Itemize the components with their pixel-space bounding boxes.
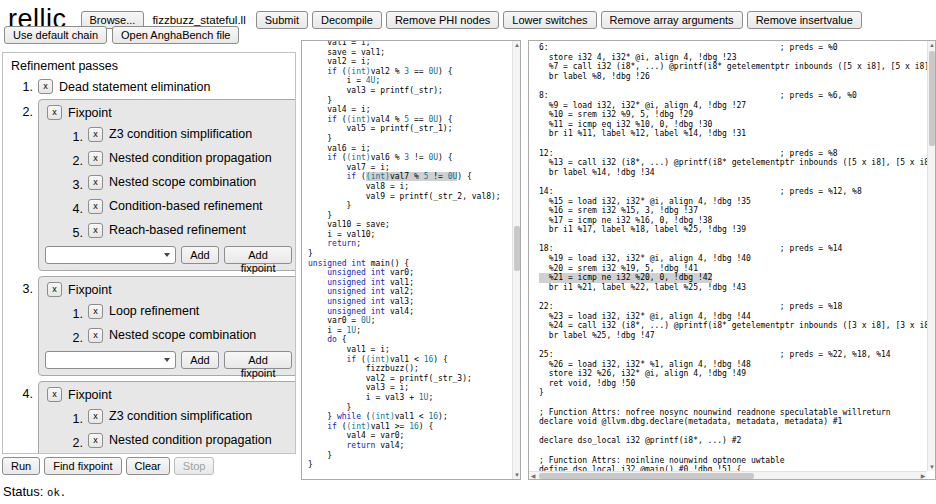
- pass-label: Reach-based refinement: [109, 223, 246, 237]
- code-line: 18: ; preds = %14: [539, 244, 935, 254]
- fixpoint-3-add-fixpoint-button[interactable]: Add fixpoint: [224, 351, 293, 369]
- item-number: 2.: [67, 154, 83, 168]
- code-line: 6: ; preds = %0: [539, 43, 935, 53]
- remove-array-arguments-button[interactable]: Remove array arguments: [601, 11, 743, 29]
- code-line: 12: ; preds = %8: [539, 149, 935, 159]
- fixpoint-box: xFixpoint1.xZ3 condition simplification2…: [38, 99, 296, 271]
- code-line: val2 = printf(_str_3);: [308, 374, 520, 384]
- submit-button[interactable]: Submit: [256, 11, 308, 29]
- status-value: ok.: [47, 486, 66, 498]
- code-line: [539, 427, 935, 437]
- code-line: %9 = load i32, i32* @i, align 4, !dbg !2…: [539, 101, 935, 111]
- code-line: return;: [308, 239, 520, 249]
- pass-item: 1.xDead statement elimination: [15, 79, 289, 94]
- item-number: 2.: [67, 331, 83, 345]
- c-code-scroll-thumb[interactable]: [514, 226, 520, 271]
- pass-label: Fixpoint: [68, 388, 112, 402]
- code-line: val10 = save;: [308, 220, 520, 230]
- remove-fixpoint-3-button[interactable]: x: [47, 282, 62, 297]
- item-number: 1.: [67, 130, 83, 144]
- code-line: ret void, !dbg !50: [539, 379, 935, 389]
- pass-label: Nested condition propagation: [109, 151, 272, 165]
- remove-pass-1-button[interactable]: x: [38, 79, 53, 94]
- fixpoint-2-add-button[interactable]: Add: [181, 246, 219, 264]
- item-number: 1.: [67, 307, 83, 321]
- scroll-left-icon[interactable]: ◀: [529, 472, 537, 480]
- scroll-right-icon[interactable]: ▶: [919, 472, 927, 480]
- code-line: %15 = load i32, i32* @i, align 4, !dbg !…: [539, 197, 935, 207]
- code-line: if ((int)val2 % 3 == 0U) {: [308, 67, 520, 77]
- c-code-panel[interactable]: val1 = i; save = val1; val2 = i; if ((in…: [301, 40, 521, 480]
- fixpoint-3-add-button[interactable]: Add: [181, 351, 219, 369]
- fixpoint-group: 4.xFixpoint1.xZ3 condition simplificatio…: [15, 381, 289, 454]
- code-line: }: [308, 249, 520, 259]
- code-line: val9 = printf(_str_2, val8);: [308, 192, 520, 202]
- lower-switches-button[interactable]: Lower switches: [503, 11, 596, 29]
- code-line: val3 = printf(_str);: [308, 86, 520, 96]
- remove-fixpoint-4-button[interactable]: x: [47, 387, 62, 402]
- item-number: 3.: [15, 282, 33, 296]
- remove-z3-condition-simplification-button[interactable]: x: [88, 409, 103, 424]
- ir-horizontal-scrollbar[interactable]: ◀ ▶: [529, 471, 927, 479]
- remove-insertvalue-button[interactable]: Remove insertvalue: [747, 11, 862, 29]
- header-row-2: Use default chainOpen AnghaBench file: [4, 26, 239, 44]
- code-line: unsigned int val1;: [308, 278, 520, 288]
- open-anghabench-file-button[interactable]: Open AnghaBench file: [112, 26, 239, 44]
- remove-loop-refinement-button[interactable]: x: [88, 304, 103, 319]
- code-line: store i32 4, i32* @i, align 4, !dbg !23: [539, 53, 935, 63]
- use-default-chain-button[interactable]: Use default chain: [4, 26, 107, 44]
- remove-nested-scope-combination-button[interactable]: x: [88, 175, 103, 190]
- remove-phi-nodes-button[interactable]: Remove PHI nodes: [386, 11, 499, 29]
- scroll-down-icon[interactable]: ▼: [928, 463, 936, 471]
- scroll-up-icon[interactable]: ▲: [513, 41, 521, 49]
- fixpoint-header: xFixpoint: [47, 282, 292, 297]
- code-line: [539, 235, 935, 245]
- code-line: declare dso_local i32 @printf(i8*, ...) …: [539, 436, 935, 446]
- fixpoint-2-pass-select[interactable]: [45, 246, 176, 264]
- code-line: val8 = i;: [308, 182, 520, 192]
- code-line: unsigned int val2;: [308, 287, 520, 297]
- code-line: ; Function Attrs: nofree nosync nounwind…: [539, 408, 935, 418]
- remove-nested-scope-combination-button[interactable]: x: [88, 328, 103, 343]
- scroll-down-icon[interactable]: ▼: [513, 471, 521, 479]
- code-line: [539, 340, 935, 350]
- code-line: fizzbuzz();: [308, 364, 520, 374]
- status-bar: Status: ok.: [3, 484, 66, 499]
- ir-hscroll-thumb[interactable]: [539, 473, 754, 479]
- decompile-button[interactable]: Decompile: [312, 11, 382, 29]
- code-line: br i1 %11, label %12, label %14, !dbg !3…: [539, 129, 935, 139]
- code-line: br i1 %21, label %22, label %25, !dbg !4…: [539, 283, 935, 293]
- remove-nested-condition-propagation-button[interactable]: x: [88, 433, 103, 448]
- code-line: val4 = var0;: [308, 431, 520, 441]
- code-line: 25: ; preds = %22, %18, %14: [539, 350, 935, 360]
- fixpoint-pass-item: 1.xZ3 condition simplification: [67, 124, 292, 144]
- code-line: ; Function Attrs: noinline nounwind optn…: [539, 456, 935, 466]
- scroll-up-icon[interactable]: ▲: [928, 41, 936, 49]
- llvm-ir-panel[interactable]: 6: ; preds = %0 store i32 4, i32* @i, al…: [528, 40, 936, 480]
- code-line: }: [308, 403, 520, 413]
- app-root: rellic Browse... fizzbuzz_stateful.ll Su…: [0, 0, 936, 504]
- ir-vertical-scrollbar[interactable]: ▲ ▼: [927, 41, 935, 471]
- panel-footer-buttons: RunFind fixpointClearStop: [2, 457, 214, 475]
- provenance-highlight: %21 = icmp ne i32 %20, 0, !dbg !42: [539, 273, 712, 283]
- clear-button[interactable]: Clear: [126, 457, 170, 475]
- remove-z3-condition-simplification-button[interactable]: x: [88, 127, 103, 142]
- find-fixpoint-button[interactable]: Find fixpoint: [44, 457, 121, 475]
- ir-scroll-thumb[interactable]: [929, 51, 935, 146]
- code-line: val1 = i;: [308, 40, 520, 48]
- chevron-down-icon: [164, 358, 170, 362]
- fixpoint-2-add-fixpoint-button[interactable]: Add fixpoint: [224, 246, 293, 264]
- remove-reach-based-refinement-button[interactable]: x: [88, 223, 103, 238]
- fixpoint-3-pass-select[interactable]: [45, 351, 176, 369]
- code-line: }: [308, 134, 520, 144]
- remove-condition-based-refinement-button[interactable]: x: [88, 199, 103, 214]
- item-number: 1.: [67, 412, 83, 426]
- code-line: %10 = srem i32 %9, 5, !dbg !29: [539, 110, 935, 120]
- remove-fixpoint-2-button[interactable]: x: [47, 105, 62, 120]
- code-line: val5 = printf(_str_1);: [308, 124, 520, 134]
- code-line: [539, 446, 935, 456]
- run-button[interactable]: Run: [2, 457, 40, 475]
- c-code-vertical-scrollbar[interactable]: ▲ ▼: [512, 41, 520, 479]
- code-line: return val4;: [308, 441, 520, 451]
- remove-nested-condition-propagation-button[interactable]: x: [88, 151, 103, 166]
